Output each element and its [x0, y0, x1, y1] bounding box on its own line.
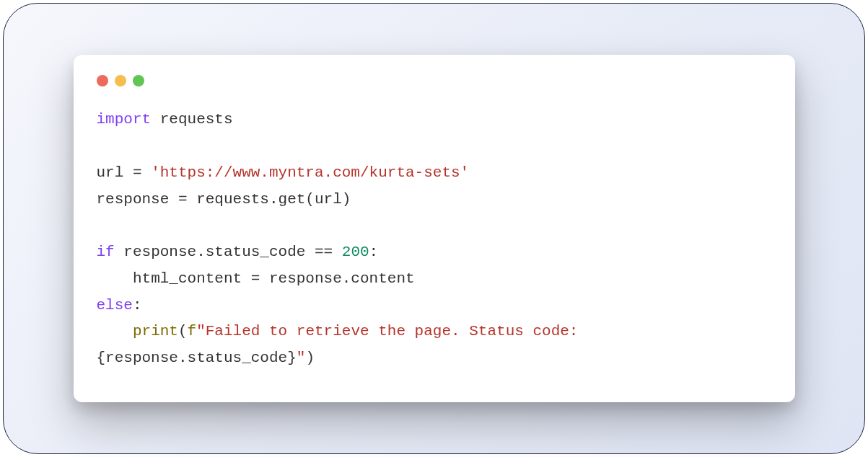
op-eq: =: [123, 164, 151, 181]
code-block: import requests url = 'https://www.myntr…: [97, 107, 772, 372]
call-requests-get: requests.get(url): [196, 191, 351, 208]
cond-left: response.status_code: [115, 244, 315, 260]
maximize-icon[interactable]: [133, 75, 144, 86]
code-window: import requests url = 'https://www.myntr…: [74, 55, 795, 402]
keyword-import: import: [97, 111, 152, 128]
fstring-expr: response.status_code: [105, 350, 287, 366]
assign-html-content: html_content = response.content: [133, 270, 415, 287]
indent: [97, 270, 133, 287]
colon-if: :: [369, 244, 379, 260]
indent2: [97, 323, 133, 340]
fstring-text: "Failed to retrieve the page. Status cod…: [196, 323, 587, 340]
string-url: 'https://www.myntra.com/kurta-sets': [151, 164, 469, 181]
builtin-print: print: [133, 323, 178, 340]
var-url: url: [97, 164, 124, 181]
outer-frame: import requests url = 'https://www.myntr…: [3, 3, 865, 454]
brace-close: }: [287, 350, 297, 366]
space: [333, 244, 342, 260]
minimize-icon[interactable]: [115, 75, 126, 86]
number-200: 200: [342, 244, 369, 260]
window-controls: [97, 75, 772, 86]
op-eqeq: ==: [315, 244, 333, 260]
paren-open: (: [178, 323, 188, 340]
brace-open: {: [97, 350, 106, 366]
fstring-prefix: f: [188, 323, 197, 340]
colon-else: :: [133, 297, 142, 314]
paren-close: ): [305, 350, 315, 366]
op-eq2: =: [169, 191, 196, 208]
close-icon[interactable]: [97, 75, 108, 86]
fstring-end: ": [297, 350, 306, 366]
var-response: response: [97, 191, 170, 208]
keyword-else: else: [97, 297, 133, 314]
module-name: requests: [160, 111, 233, 128]
keyword-if: if: [97, 244, 115, 260]
